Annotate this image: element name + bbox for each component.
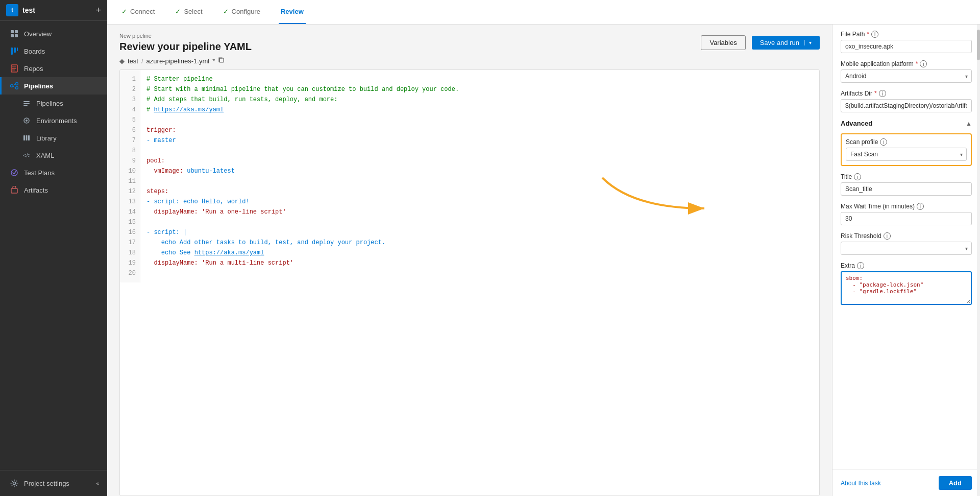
sidebar-item-xaml[interactable]: </> XAML [0, 147, 107, 164]
file-path-required: * [867, 31, 869, 38]
advanced-section-header: Advanced ▲ [841, 120, 972, 127]
about-task-link[interactable]: About this task [841, 480, 881, 487]
save-run-dropdown-arrow[interactable]: ▾ [804, 40, 812, 45]
sidebar-item-pipelines-header[interactable]: Pipelines [0, 77, 107, 95]
max-wait-input[interactable] [841, 212, 972, 225]
svg-point-11 [11, 85, 13, 87]
main-content: New pipeline Review your pipeline YAML V… [107, 25, 980, 496]
artifacts-dir-label: Artifacts Dir * i [841, 90, 972, 97]
mobile-platform-info-icon[interactable]: i [920, 60, 927, 67]
risk-threshold-label: Risk Threshold i [841, 232, 972, 240]
file-modified: * [212, 57, 215, 65]
file-path-input[interactable] [841, 40, 972, 53]
sidebar-item-repos[interactable]: Repos [0, 60, 107, 77]
extra-info-icon[interactable]: i [857, 262, 864, 269]
scan-profile-select[interactable]: Fast Scan Full Scan Custom [846, 148, 967, 161]
advanced-toggle-icon[interactable]: ▲ [966, 120, 972, 127]
form-group-title: Title i [841, 173, 972, 196]
tab-select[interactable]: ✓ Select [173, 0, 204, 24]
environments-icon [22, 116, 31, 125]
svg-rect-18 [23, 105, 28, 106]
svg-rect-17 [23, 103, 30, 104]
mobile-platform-select[interactable]: Android iOS [841, 69, 972, 83]
file-separator: / [141, 57, 143, 65]
svg-point-13 [16, 87, 18, 89]
svg-rect-5 [14, 48, 16, 53]
sidebar-item-overview[interactable]: Overview [0, 25, 107, 42]
copy-path-icon[interactable] [218, 57, 225, 65]
add-button[interactable]: Add [939, 476, 972, 490]
sidebar-item-pipelines[interactable]: Pipelines [0, 95, 107, 112]
file-name: azure-pipelines-1.yml [146, 57, 210, 65]
pipeline-label: New pipeline [119, 33, 252, 39]
svg-rect-0 [11, 30, 14, 33]
svg-point-12 [16, 83, 18, 85]
file-path-bar: ◆ test / azure-pipelines-1.yml * [107, 53, 832, 69]
advanced-label: Advanced [841, 120, 872, 127]
pipeline-title: Review your pipeline YAML [119, 41, 252, 53]
library-icon [22, 133, 31, 143]
configure-check-icon: ✓ [223, 8, 229, 15]
sidebar-item-test-plans[interactable]: Test Plans [0, 164, 107, 181]
svg-line-14 [13, 84, 16, 86]
sidebar-item-artifacts[interactable]: Artifacts [0, 181, 107, 199]
form-group-file-path: File Path * i [841, 31, 972, 53]
sidebar: t test + Overview Boards [0, 0, 107, 496]
svg-text:</>: </> [23, 152, 30, 158]
risk-threshold-info-icon[interactable]: i [884, 232, 891, 240]
mobile-platform-select-wrap: Android iOS ▾ [841, 69, 972, 83]
svg-point-27 [13, 482, 16, 485]
tab-connect[interactable]: ✓ Connect [119, 0, 157, 24]
mobile-platform-required: * [916, 60, 918, 67]
boards-icon [10, 46, 19, 56]
svg-rect-28 [219, 58, 224, 62]
max-wait-info-icon[interactable]: i [917, 203, 924, 210]
repos-icon [10, 64, 19, 73]
sidebar-item-environments[interactable]: Environments [0, 112, 107, 129]
content-area: ✓ Connect ✓ Select ✓ Configure Review N [107, 0, 980, 496]
sidebar-item-library[interactable]: Library [0, 129, 107, 147]
scan-profile-info-icon[interactable]: i [880, 138, 887, 146]
form-group-artifacts-dir: Artifacts Dir * i [841, 90, 972, 112]
variables-button[interactable]: Variables [701, 35, 745, 50]
svg-point-25 [11, 170, 17, 176]
file-path-info-icon[interactable]: i [871, 31, 878, 38]
panel-footer: About this task Add [832, 469, 980, 496]
svg-rect-6 [17, 48, 18, 51]
form-group-max-wait: Max Wait Time (in minutes) i [841, 203, 972, 225]
artifacts-dir-info-icon[interactable]: i [879, 90, 886, 97]
wizard-tabs: ✓ Connect ✓ Select ✓ Configure Review [107, 0, 980, 25]
scan-profile-label: Scan profile i [846, 138, 967, 146]
code-editor[interactable]: 12345 678910 1112131415 1617181920 # Sta… [119, 69, 820, 496]
connect-check-icon: ✓ [121, 8, 127, 15]
title-info-icon[interactable]: i [854, 173, 861, 180]
extra-textarea[interactable]: sbom: - <span class="squiggly">"package-… [841, 271, 972, 305]
tab-review[interactable]: Review [279, 0, 306, 24]
title-input[interactable] [841, 182, 972, 196]
form-group-mobile-platform: Mobile application platform * i Android … [841, 60, 972, 83]
xaml-icon: </> [22, 151, 31, 160]
save-run-button[interactable]: Save and run ▾ [752, 36, 820, 50]
tab-configure[interactable]: ✓ Configure [221, 0, 262, 24]
pipeline-header-actions: Variables Save and run ▾ [701, 35, 820, 50]
file-project: test [128, 57, 138, 65]
panel-scrollbar[interactable] [977, 25, 980, 496]
panel-scrollbar-thumb[interactable] [977, 30, 980, 60]
sidebar-item-project-settings[interactable]: Project settings « [0, 475, 107, 492]
sidebar-item-boards[interactable]: Boards [0, 42, 107, 60]
test-plans-icon [10, 168, 19, 177]
scan-profile-highlight: Scan profile i Fast Scan Full Scan Custo… [841, 133, 972, 166]
add-project-button[interactable]: + [95, 6, 101, 15]
svg-rect-21 [23, 135, 25, 140]
title-label: Title i [841, 173, 972, 180]
settings-collapse-icon: « [96, 481, 99, 486]
pipeline-header-left: New pipeline Review your pipeline YAML [119, 33, 252, 53]
pipelines-sub-icon [22, 99, 31, 108]
project-header[interactable]: t test + [0, 0, 107, 21]
code-content[interactable]: # Starter pipeline # Start with a minima… [140, 70, 819, 282]
risk-threshold-select[interactable]: Low Medium High Critical [841, 242, 972, 255]
artifacts-dir-input[interactable] [841, 99, 972, 112]
pipeline-header: New pipeline Review your pipeline YAML V… [107, 25, 832, 53]
select-check-icon: ✓ [175, 8, 181, 15]
sidebar-nav: Overview Boards Repos Pipelines [0, 21, 107, 470]
